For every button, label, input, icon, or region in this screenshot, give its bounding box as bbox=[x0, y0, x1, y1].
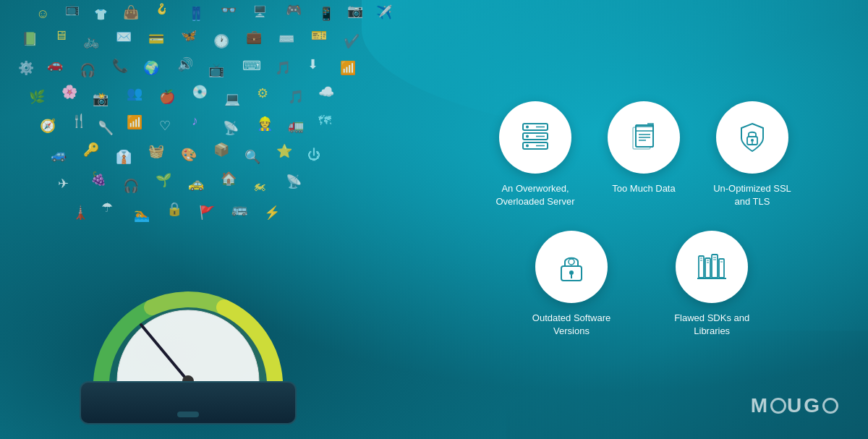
icon-shirt: 👕 bbox=[94, 9, 108, 20]
svg-point-11 bbox=[526, 145, 529, 148]
icon-leaf: 🌿 bbox=[29, 90, 45, 103]
data-svg-icon bbox=[624, 118, 663, 157]
icon-wifi2: 📶 bbox=[340, 61, 356, 74]
icon-computer: 🖥️ bbox=[253, 6, 267, 17]
card-flawed-sdks: Flawed SDKs and Libraries bbox=[668, 231, 755, 338]
icon-monitor2: 📺 bbox=[208, 64, 224, 77]
svg-point-16 bbox=[751, 139, 754, 142]
svg-point-20 bbox=[569, 270, 574, 275]
icon-download: ⬇ bbox=[307, 58, 318, 71]
icon-basket: 🧺 bbox=[148, 145, 164, 158]
card-icon-sdks bbox=[676, 231, 748, 303]
logo-o-circle-2 bbox=[822, 398, 838, 414]
icon-palette: 🎨 bbox=[181, 148, 197, 161]
svg-rect-22 bbox=[699, 256, 704, 278]
icon-wifi: 📶 bbox=[127, 116, 142, 129]
icon-umbrella: ☂ bbox=[101, 201, 113, 214]
card-icon-overworked bbox=[499, 101, 571, 174]
right-section: An Overworked, Overloaded Server bbox=[420, 0, 868, 439]
card-icon-outdated bbox=[535, 231, 608, 303]
cards-row-2: Outdated SoftwareVersions bbox=[532, 231, 755, 338]
icon-hanger: 🪝 bbox=[156, 4, 168, 14]
card-icon-ssl bbox=[716, 101, 788, 174]
icon-flower: 🌸 bbox=[61, 85, 77, 98]
icon-pants: 👖 bbox=[188, 7, 204, 20]
icon-wifi3: 📡 bbox=[286, 175, 302, 188]
icon-briefcase: 💼 bbox=[246, 30, 262, 43]
card-overworked-server: An Overworked, Overloaded Server bbox=[492, 101, 579, 208]
svg-rect-28 bbox=[712, 255, 718, 278]
logo-o-circle-1 bbox=[770, 398, 786, 414]
icon-fork: 🍴 bbox=[71, 114, 87, 127]
icon-bike: 🏍 bbox=[253, 179, 266, 192]
icon-gamepad: 🎮 bbox=[286, 4, 302, 17]
tablet-button bbox=[177, 412, 199, 417]
icon-butterfly: 🦋 bbox=[181, 29, 197, 42]
icon-plane2: ✈ bbox=[58, 177, 69, 190]
icon-smiley: ☺ bbox=[36, 7, 49, 20]
icon-envelope: ✉️ bbox=[116, 30, 132, 43]
card-icon-data bbox=[608, 101, 680, 174]
icon-plant: 🌱 bbox=[156, 174, 171, 187]
icon-creditcard: 💳 bbox=[148, 33, 164, 46]
icon-book: 📗 bbox=[22, 33, 38, 46]
icon-music: 🎵 bbox=[275, 61, 291, 74]
icon-car2: 🚙 bbox=[51, 148, 67, 161]
icon-power: ⏻ bbox=[307, 148, 320, 161]
logo-text: M bbox=[751, 394, 770, 417]
icon-camera: 📸 bbox=[93, 93, 109, 106]
icon-swim: 🏊 bbox=[134, 208, 150, 221]
icon-car3: 🚕 bbox=[188, 177, 204, 190]
card-too-much-data: Too Much Data bbox=[608, 101, 680, 208]
icon-keyboard2: ⌨️ bbox=[278, 33, 294, 46]
left-section: ☺ 📺 👕 👜 🪝 👖 👓 🖥️ 🎮 📱 📷 ✈️ 📗 🖥 🚲 ✉️ 💳 🦋 🕐… bbox=[0, 0, 405, 439]
svg-rect-25 bbox=[705, 258, 710, 278]
icon-home: 🏠 bbox=[221, 172, 237, 185]
icon-truck: 🚛 bbox=[288, 119, 304, 132]
icon-eiffel: 🗼 bbox=[72, 206, 88, 219]
icon-apple: 🍎 bbox=[159, 90, 175, 103]
icon-music2: ♪ bbox=[192, 114, 198, 127]
outdated-svg-icon bbox=[552, 247, 591, 286]
icon-bicycle: 🚲 bbox=[83, 35, 99, 48]
icon-router: 📡 bbox=[223, 122, 239, 135]
icon-shirt2: 👔 bbox=[116, 150, 132, 163]
svg-point-5 bbox=[526, 126, 529, 129]
icon-keyboard: ⌨ bbox=[242, 59, 261, 72]
icon-disc: 💿 bbox=[192, 85, 208, 98]
icon-glasses: 👓 bbox=[221, 4, 237, 17]
ssl-svg-icon bbox=[733, 118, 772, 157]
icon-phone: 📞 bbox=[112, 59, 128, 72]
svg-point-8 bbox=[526, 135, 529, 138]
icon-box: 📦 bbox=[213, 143, 229, 156]
icon-cloud: ☁️ bbox=[318, 85, 334, 98]
gauge-svg bbox=[87, 280, 289, 396]
server-svg-icon bbox=[516, 118, 555, 157]
icon-key: 🔑 bbox=[83, 143, 99, 156]
icon-gear: ⚙️ bbox=[18, 61, 34, 74]
icon-globe: 🌍 bbox=[143, 61, 159, 74]
icon-workers: 👷 bbox=[257, 117, 273, 130]
icon-monitor: 🖥 bbox=[54, 29, 67, 42]
icon-clock: 🕐 bbox=[213, 35, 229, 48]
icon-headphone2: 🎧 bbox=[123, 179, 139, 192]
icon-ticket: 🎫 bbox=[311, 29, 327, 42]
icon-tv: 📺 bbox=[65, 4, 80, 15]
icon-flag: 🚩 bbox=[199, 206, 215, 219]
icon-settings: ⚙ bbox=[257, 87, 268, 100]
brand-logo: MUG bbox=[751, 394, 839, 417]
logo-ugo: UG bbox=[787, 394, 822, 417]
card-label-data: Too Much Data bbox=[612, 182, 675, 195]
sdks-svg-icon bbox=[692, 247, 731, 286]
icon-headphones: 🎧 bbox=[80, 64, 95, 77]
card-ssl-tls: Un-Optimized SSL and TLS bbox=[709, 101, 796, 208]
icon-lock: 🔒 bbox=[166, 203, 182, 216]
tablet-frame bbox=[80, 381, 297, 425]
icon-plane: ✈️ bbox=[376, 6, 392, 19]
icon-car: 🚗 bbox=[47, 58, 63, 71]
icon-lightning: ⚡ bbox=[264, 206, 280, 219]
svg-rect-14 bbox=[636, 125, 653, 147]
icon-search2: 🔍 bbox=[244, 150, 260, 163]
icon-check: ✔️ bbox=[344, 35, 359, 48]
icon-speaker: 🔊 bbox=[177, 58, 193, 71]
